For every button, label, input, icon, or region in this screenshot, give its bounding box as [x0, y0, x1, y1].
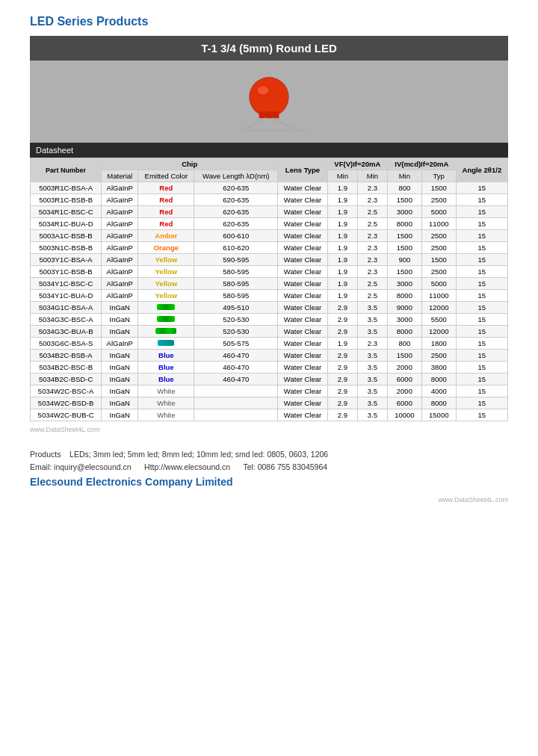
wave-length — [194, 397, 278, 409]
material: InGaN — [102, 302, 138, 314]
datasheet-label: Datasheet — [30, 143, 508, 158]
iv-min2: 1500 — [387, 350, 421, 362]
iv-header: IV(mcd)If=20mA — [387, 158, 456, 170]
material: AlGaInP — [102, 338, 138, 350]
vf-min: 1.9 — [327, 338, 357, 350]
iv-typ: 2500 — [421, 230, 456, 242]
iv-min2: 1500 — [387, 230, 421, 242]
table-row: 5034G3C-BSC-A InGaN 520-530 Water Clear … — [31, 314, 508, 326]
angle: 15 — [456, 206, 507, 218]
table-row: 5034R1C-BSC-C AlGaInP Red 620-635 Water … — [31, 206, 508, 218]
part-number: 5003Y1C-BSB-B — [31, 266, 102, 278]
lens-type: Water Clear — [278, 374, 328, 385]
emitted-color: White — [138, 397, 194, 409]
wave-length: 620-635 — [194, 182, 278, 194]
products-text: LEDs; 3mm led; 5mm led; 8mm led; 10mm le… — [69, 450, 328, 459]
iv-min: 3.5 — [357, 350, 387, 362]
iv-min2: 10000 — [387, 409, 421, 421]
vf-min: 2.9 — [327, 385, 357, 397]
iv-min: 3.5 — [357, 374, 387, 385]
iv-min: 3.5 — [357, 314, 387, 326]
iv-min2: 800 — [387, 338, 421, 350]
iv-min: 2.3 — [357, 338, 387, 350]
led-image — [202, 72, 336, 131]
angle: 15 — [456, 350, 507, 362]
material: InGaN — [102, 409, 138, 421]
emitted-color: Yellow — [138, 278, 194, 290]
iv-min2: 1500 — [387, 194, 421, 206]
part-number: 5003G6C-BSA-S — [31, 338, 102, 350]
part-number: 5034G1C-BSA-A — [31, 302, 102, 314]
part-number: 5003R1C-BSA-A — [31, 182, 102, 194]
table-header-sub: Material Emitted Color Wave Length λD(nm… — [31, 170, 508, 182]
wave-length: 495-510 — [194, 302, 278, 314]
material: InGaN — [102, 385, 138, 397]
wave-length — [194, 385, 278, 397]
wave-length: 620-635 — [194, 218, 278, 230]
iv-min2: 9000 — [387, 302, 421, 314]
vf-min: 1.9 — [327, 242, 357, 254]
material: InGaN — [102, 362, 138, 374]
emitted-color: Red — [138, 206, 194, 218]
product-table: Part Number Chip Lens Type VF(V)If=20mA … — [30, 158, 508, 421]
iv-min: 2.3 — [357, 254, 387, 266]
iv-typ-header: Typ — [421, 170, 456, 182]
table-row: 5034R1C-BUA-D AlGaInP Red 620-635 Water … — [31, 218, 508, 230]
wave-length: 580-595 — [194, 290, 278, 302]
lens-type: Water Clear — [278, 409, 328, 421]
lens-type: Water Clear — [278, 338, 328, 350]
emitted-color: Amber — [138, 230, 194, 242]
iv-min: 2.3 — [357, 194, 387, 206]
iv-min: 2.3 — [357, 266, 387, 278]
tel: Tel: 0086 755 83045964 — [243, 462, 327, 471]
iv-min-header: Min — [357, 170, 387, 182]
company-name: Elecsound Electronics Company Limited — [30, 474, 508, 490]
vf-min: 1.9 — [327, 230, 357, 242]
svg-line-4 — [242, 118, 265, 130]
vf-min: 1.9 — [327, 218, 357, 230]
table-row: 5034B2C-BSD-C InGaN Blue 460-470 Water C… — [31, 374, 508, 385]
part-number: 5034W2C-BSD-B — [31, 397, 102, 409]
angle: 15 — [456, 290, 507, 302]
angle: 15 — [456, 338, 507, 350]
iv-typ: 2500 — [421, 266, 456, 278]
material: AlGaInP — [102, 230, 138, 242]
iv-min2: 2000 — [387, 362, 421, 374]
lens-type: Water Clear — [278, 350, 328, 362]
vf-min: 1.9 — [327, 254, 357, 266]
wave-length: 460-470 — [194, 374, 278, 385]
iv-typ: 12000 — [421, 302, 456, 314]
iv-min: 3.5 — [357, 409, 387, 421]
lens-type: Water Clear — [278, 362, 328, 374]
lens-type: Water Clear — [278, 302, 328, 314]
vf-min: 1.9 — [327, 182, 357, 194]
emitted-color: Blue — [138, 362, 194, 374]
angle: 15 — [456, 278, 507, 290]
iv-typ: 3800 — [421, 362, 456, 374]
iv-typ: 11000 — [421, 290, 456, 302]
table-row: 5003R1C-BSA-A AlGaInP Red 620-635 Water … — [31, 182, 508, 194]
angle: 15 — [456, 266, 507, 278]
material: AlGaInP — [102, 194, 138, 206]
emitted-color: Yellow — [138, 254, 194, 266]
lens-type: Water Clear — [278, 218, 328, 230]
emitted-color: White — [138, 385, 194, 397]
iv-typ: 5000 — [421, 278, 456, 290]
footer-watermark-bottom: www.DataSheet4L.com — [30, 496, 508, 504]
emitted-color — [138, 326, 194, 338]
vf-min: 2.9 — [327, 350, 357, 362]
part-number-header: Part Number — [31, 158, 102, 182]
iv-min2: 1500 — [387, 242, 421, 254]
iv-min: 2.3 — [357, 242, 387, 254]
iv-min2-header: Min — [387, 170, 421, 182]
part-number: 5034Y1C-BSC-C — [31, 278, 102, 290]
part-number: 5003R1C-BSB-B — [31, 194, 102, 206]
iv-min2: 6000 — [387, 374, 421, 385]
part-number: 5034W2C-BSC-A — [31, 385, 102, 397]
iv-typ: 8000 — [421, 397, 456, 409]
iv-min2: 1500 — [387, 266, 421, 278]
emitted-color: Red — [138, 182, 194, 194]
page-title: LED Series Products — [30, 15, 508, 28]
lens-type: Water Clear — [278, 182, 328, 194]
material: AlGaInP — [102, 242, 138, 254]
